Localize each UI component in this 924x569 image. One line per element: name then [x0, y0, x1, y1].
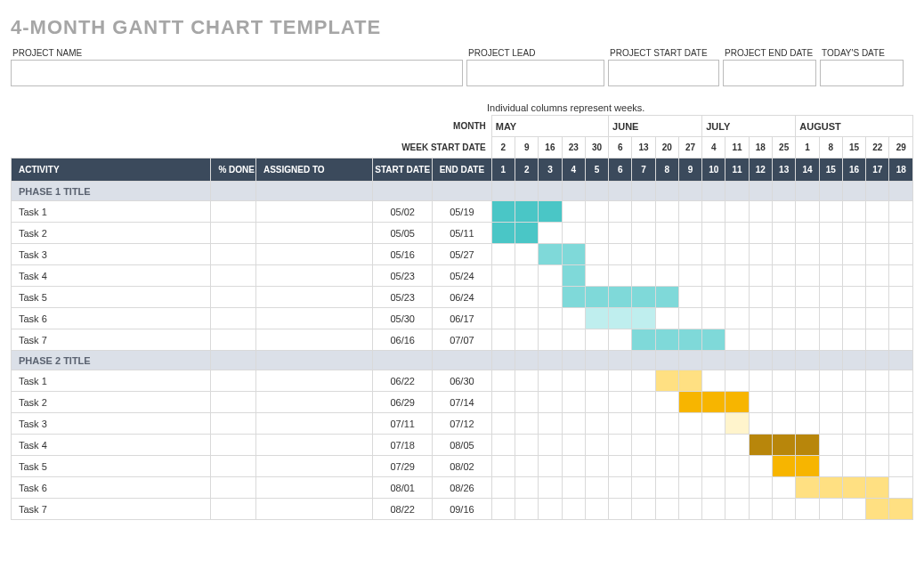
- gantt-cell[interactable]: [515, 329, 539, 351]
- gantt-cell[interactable]: [773, 308, 796, 329]
- gantt-cell[interactable]: [539, 201, 562, 223]
- gantt-cell[interactable]: [749, 265, 772, 287]
- gantt-cell[interactable]: [773, 287, 796, 308]
- gantt-cell[interactable]: [773, 477, 796, 499]
- gantt-cell[interactable]: [889, 265, 913, 287]
- task-start-date[interactable]: 07/29: [373, 456, 433, 477]
- gantt-cell[interactable]: [539, 499, 562, 520]
- gantt-cell[interactable]: [491, 308, 515, 329]
- gantt-cell[interactable]: [842, 435, 865, 456]
- gantt-cell[interactable]: [842, 456, 865, 477]
- gantt-cell[interactable]: [702, 499, 725, 520]
- gantt-cell[interactable]: [725, 413, 749, 435]
- task-end-date[interactable]: 06/17: [433, 308, 492, 329]
- task-assigned-to[interactable]: [255, 329, 372, 351]
- gantt-cell[interactable]: [866, 223, 889, 244]
- gantt-cell[interactable]: [585, 392, 608, 413]
- gantt-cell[interactable]: [539, 413, 562, 435]
- gantt-cell[interactable]: [773, 329, 796, 351]
- gantt-cell[interactable]: [562, 244, 585, 265]
- task-start-date[interactable]: 05/16: [373, 244, 433, 265]
- task-end-date[interactable]: 08/05: [433, 435, 492, 456]
- gantt-cell[interactable]: [609, 223, 632, 244]
- gantt-cell[interactable]: [796, 392, 819, 413]
- task-name[interactable]: Task 1: [12, 370, 211, 392]
- gantt-cell[interactable]: [819, 477, 842, 499]
- task-assigned-to[interactable]: [255, 201, 372, 223]
- gantt-cell[interactable]: [678, 392, 701, 413]
- gantt-cell[interactable]: [655, 329, 678, 351]
- today-input[interactable]: [820, 60, 904, 86]
- task-assigned-to[interactable]: [255, 244, 372, 265]
- task-start-date[interactable]: 05/23: [373, 265, 433, 287]
- gantt-cell[interactable]: [796, 413, 819, 435]
- gantt-cell[interactable]: [515, 392, 539, 413]
- project-end-input[interactable]: [723, 60, 816, 86]
- task-assigned-to[interactable]: [255, 435, 372, 456]
- gantt-cell[interactable]: [632, 244, 655, 265]
- gantt-cell[interactable]: [609, 392, 632, 413]
- task-start-date[interactable]: 07/18: [373, 435, 433, 456]
- gantt-cell[interactable]: [562, 435, 585, 456]
- gantt-cell[interactable]: [539, 392, 562, 413]
- gantt-cell[interactable]: [749, 392, 772, 413]
- gantt-cell[interactable]: [609, 201, 632, 223]
- task-start-date[interactable]: 07/11: [373, 413, 433, 435]
- gantt-cell[interactable]: [749, 435, 772, 456]
- gantt-cell[interactable]: [866, 370, 889, 392]
- gantt-cell[interactable]: [585, 308, 608, 329]
- gantt-cell[interactable]: [725, 201, 749, 223]
- gantt-cell[interactable]: [796, 308, 819, 329]
- task-pct-done[interactable]: [211, 392, 256, 413]
- gantt-cell[interactable]: [609, 287, 632, 308]
- gantt-cell[interactable]: [889, 435, 913, 456]
- gantt-cell[interactable]: [491, 329, 515, 351]
- gantt-cell[interactable]: [515, 499, 539, 520]
- gantt-cell[interactable]: [632, 499, 655, 520]
- task-start-date[interactable]: 08/22: [373, 499, 433, 520]
- gantt-cell[interactable]: [655, 265, 678, 287]
- gantt-cell[interactable]: [609, 308, 632, 329]
- gantt-cell[interactable]: [678, 287, 701, 308]
- gantt-cell[interactable]: [609, 499, 632, 520]
- task-end-date[interactable]: 06/24: [433, 287, 492, 308]
- task-name[interactable]: Task 3: [12, 413, 211, 435]
- gantt-cell[interactable]: [889, 244, 913, 265]
- gantt-cell[interactable]: [725, 477, 749, 499]
- gantt-cell[interactable]: [889, 499, 913, 520]
- gantt-cell[interactable]: [842, 265, 865, 287]
- task-end-date[interactable]: 07/07: [433, 329, 492, 351]
- task-name[interactable]: Task 3: [12, 244, 211, 265]
- gantt-cell[interactable]: [842, 499, 865, 520]
- gantt-cell[interactable]: [725, 329, 749, 351]
- gantt-cell[interactable]: [491, 287, 515, 308]
- gantt-cell[interactable]: [866, 392, 889, 413]
- gantt-cell[interactable]: [678, 265, 701, 287]
- gantt-cell[interactable]: [796, 477, 819, 499]
- task-pct-done[interactable]: [211, 329, 256, 351]
- gantt-cell[interactable]: [889, 201, 913, 223]
- task-pct-done[interactable]: [211, 499, 256, 520]
- gantt-cell[interactable]: [702, 287, 725, 308]
- project-lead-input[interactable]: [466, 60, 604, 86]
- gantt-cell[interactable]: [819, 287, 842, 308]
- gantt-cell[interactable]: [678, 435, 701, 456]
- gantt-cell[interactable]: [515, 413, 539, 435]
- gantt-cell[interactable]: [866, 308, 889, 329]
- gantt-cell[interactable]: [562, 392, 585, 413]
- gantt-cell[interactable]: [609, 265, 632, 287]
- gantt-cell[interactable]: [655, 201, 678, 223]
- gantt-cell[interactable]: [515, 287, 539, 308]
- gantt-cell[interactable]: [655, 456, 678, 477]
- gantt-cell[interactable]: [562, 477, 585, 499]
- gantt-cell[interactable]: [889, 477, 913, 499]
- gantt-cell[interactable]: [819, 244, 842, 265]
- task-pct-done[interactable]: [211, 287, 256, 308]
- gantt-cell[interactable]: [796, 456, 819, 477]
- gantt-cell[interactable]: [819, 201, 842, 223]
- gantt-cell[interactable]: [585, 223, 608, 244]
- gantt-cell[interactable]: [725, 308, 749, 329]
- gantt-cell[interactable]: [585, 477, 608, 499]
- gantt-cell[interactable]: [702, 329, 725, 351]
- gantt-cell[interactable]: [632, 287, 655, 308]
